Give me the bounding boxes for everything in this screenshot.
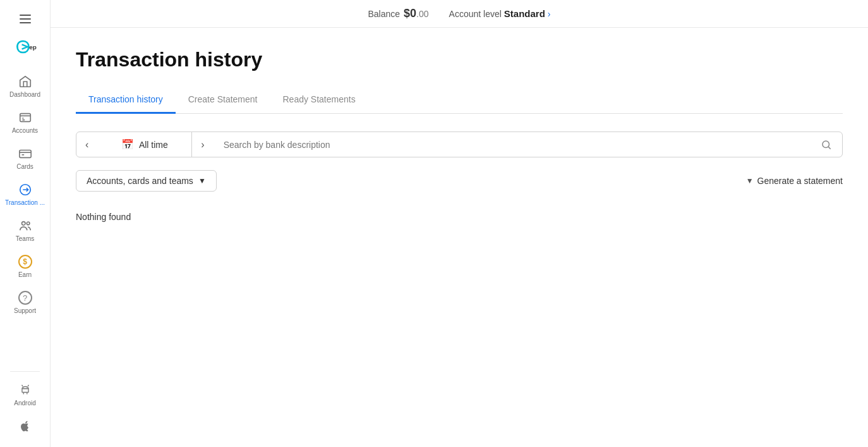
filter-actions: Accounts, cards and teams ▼ ▼ Generate a…	[76, 170, 843, 192]
balance-dollars: $0	[404, 7, 416, 20]
top-header: Balance $0.00 Account level Standard ›	[51, 0, 868, 28]
sidebar-item-android[interactable]: Android	[0, 377, 50, 413]
balance-area: Balance $0.00	[368, 7, 428, 20]
page-title: Transaction history	[76, 48, 843, 71]
sidebar-item-teams-label: Teams	[16, 235, 34, 242]
teams-icon	[18, 219, 32, 233]
tab-create-statement[interactable]: Create Statement	[176, 87, 270, 114]
cards-icon	[18, 147, 32, 161]
svg-rect-1	[20, 114, 30, 122]
sidebar-item-android-label: Android	[14, 400, 35, 407]
tabs-bar: Transaction history Create Statement Rea…	[76, 87, 843, 114]
generate-statement-button[interactable]: ▼ Generate a statement	[746, 176, 843, 186]
svg-point-5	[27, 222, 30, 225]
svg-point-6	[23, 387, 23, 388]
sidebar: epn Dashboard Accounts	[0, 0, 51, 447]
accounts-icon	[18, 111, 32, 125]
sidebar-item-transaction[interactable]: Transaction ...	[0, 176, 50, 212]
sidebar-item-dashboard[interactable]: Dashboard	[0, 68, 50, 104]
generate-statement-label: Generate a statement	[757, 176, 843, 186]
sidebar-item-support-label: Support	[14, 307, 36, 314]
support-icon: ?	[18, 291, 32, 305]
date-next-button[interactable]: ›	[192, 133, 213, 157]
date-range-label: All time	[139, 140, 168, 150]
account-level-value: Standard	[504, 8, 545, 19]
hamburger-menu-button[interactable]	[13, 8, 38, 30]
account-level-area: Account level Standard ›	[449, 8, 551, 19]
account-level-label: Account level	[449, 9, 502, 19]
sidebar-item-cards[interactable]: Cards	[0, 140, 50, 176]
search-area	[214, 139, 842, 150]
apple-icon	[18, 419, 32, 433]
date-prev-button[interactable]: ‹	[76, 133, 97, 157]
sidebar-item-accounts[interactable]: Accounts	[0, 104, 50, 140]
search-button[interactable]	[821, 139, 832, 150]
sidebar-item-support[interactable]: ? Support	[0, 285, 50, 321]
tab-ready-statements[interactable]: Ready Statements	[270, 87, 368, 114]
calendar-icon: 📅	[121, 138, 134, 150]
sidebar-item-teams[interactable]: Teams	[0, 212, 50, 248]
balance-cents: .00	[416, 9, 428, 19]
sidebar-item-transaction-label: Transaction ...	[5, 199, 45, 206]
svg-text:epn: epn	[29, 44, 37, 51]
android-icon	[18, 383, 32, 397]
tab-transaction-history[interactable]: Transaction history	[76, 87, 176, 114]
date-range-display: 📅 All time	[97, 132, 192, 157]
generate-statement-chevron-icon: ▼	[746, 176, 754, 185]
sidebar-item-cards-label: Cards	[16, 163, 33, 170]
svg-point-7	[27, 387, 27, 388]
empty-state-message: Nothing found	[76, 207, 843, 227]
accounts-cards-teams-dropdown[interactable]: Accounts, cards and teams ▼	[76, 170, 217, 192]
content-area: Transaction history Transaction history …	[51, 28, 868, 447]
sidebar-item-earn[interactable]: $ Earn	[0, 248, 50, 285]
search-icon	[821, 139, 832, 150]
account-level-chevron-icon[interactable]: ›	[548, 9, 551, 19]
sidebar-divider	[10, 371, 40, 372]
svg-line-9	[828, 147, 830, 149]
main-content: Balance $0.00 Account level Standard › T…	[51, 0, 868, 447]
balance-amount: $0.00	[404, 7, 429, 20]
balance-label: Balance	[368, 9, 400, 19]
home-icon	[18, 75, 32, 89]
transaction-icon	[18, 183, 32, 197]
earn-icon: $	[18, 255, 32, 269]
svg-rect-2	[19, 150, 30, 158]
sidebar-item-apple[interactable]	[0, 413, 50, 439]
sidebar-item-accounts-label: Accounts	[12, 127, 38, 134]
filter-bar: ‹ 📅 All time ›	[76, 132, 843, 157]
svg-point-8	[823, 141, 829, 148]
svg-point-4	[21, 222, 25, 226]
filter-dropdown-label: Accounts, cards and teams	[87, 176, 193, 186]
dropdown-chevron-icon: ▼	[198, 176, 206, 185]
logo: epn	[14, 35, 37, 58]
sidebar-item-earn-label: Earn	[18, 271, 32, 278]
search-input[interactable]	[224, 140, 814, 150]
sidebar-item-dashboard-label: Dashboard	[9, 91, 40, 98]
